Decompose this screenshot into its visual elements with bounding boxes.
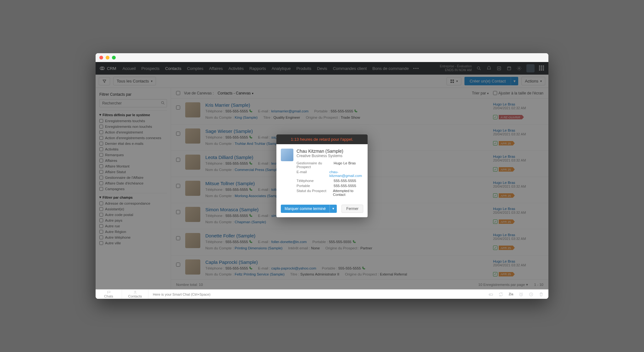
bottombar-contacts[interactable]: Contacts xyxy=(122,290,148,299)
window-min-icon[interactable] xyxy=(106,56,109,60)
modal-field: Gestionnaire du ProspectHugo Le Bras xyxy=(297,161,366,169)
zia-icon[interactable]: Zia xyxy=(508,292,514,297)
modal-company: Creative Business Systems xyxy=(297,154,366,158)
refresh-icon[interactable] xyxy=(498,292,504,297)
mark-done-button[interactable]: Marquer comme terminé xyxy=(281,205,330,213)
bottombar-chats[interactable]: Chats xyxy=(96,290,122,299)
smart-chat-hint[interactable]: Here is your Smart Chat (Ctrl+Space) xyxy=(148,292,215,296)
modal-header: 1:13 heures de retard pour l'appel. xyxy=(276,134,368,144)
trash-icon[interactable] xyxy=(538,292,544,297)
modal-contact-name: Chau Kitzman (Sample) xyxy=(297,149,366,154)
window-close-icon[interactable] xyxy=(99,56,103,60)
modal-field: Portable555-555-5555 xyxy=(297,183,366,188)
alarm-icon[interactable] xyxy=(518,292,524,297)
app-window: CRM AccueilProspectsContactsComptesAffai… xyxy=(96,53,548,299)
close-button[interactable]: Fermer xyxy=(341,205,363,213)
modal-avatar xyxy=(281,149,293,161)
mark-done-dropdown[interactable]: ▾ xyxy=(330,205,337,213)
bottombar-icons: Zia xyxy=(488,292,548,297)
reminder-modal: 1:13 heures de retard pour l'appel. Chau… xyxy=(276,134,368,217)
history-icon[interactable] xyxy=(528,292,534,297)
window-max-icon[interactable] xyxy=(112,56,116,60)
modal-info: Chau Kitzman (Sample) Creative Business … xyxy=(297,149,366,197)
gamepad-icon[interactable] xyxy=(488,292,494,297)
modal-field: Téléphone555-555-5555 xyxy=(297,178,366,183)
modal-field: Statut du ProspectAttempted to Contact xyxy=(297,188,366,197)
svg-rect-12 xyxy=(489,294,493,295)
modal-field: E-mailchau-kitzman@gmail.com xyxy=(297,169,366,178)
bottombar: Chats Contacts Here is your Smart Chat (… xyxy=(96,289,548,299)
svg-point-11 xyxy=(135,291,136,292)
modal-overlay[interactable]: 1:13 heures de retard pour l'appel. Chau… xyxy=(96,62,548,289)
window-titlebar xyxy=(96,53,548,62)
modal-body: Chau Kitzman (Sample) Creative Business … xyxy=(276,144,368,202)
modal-footer: Marquer comme terminé ▾ Fermer xyxy=(276,202,368,217)
